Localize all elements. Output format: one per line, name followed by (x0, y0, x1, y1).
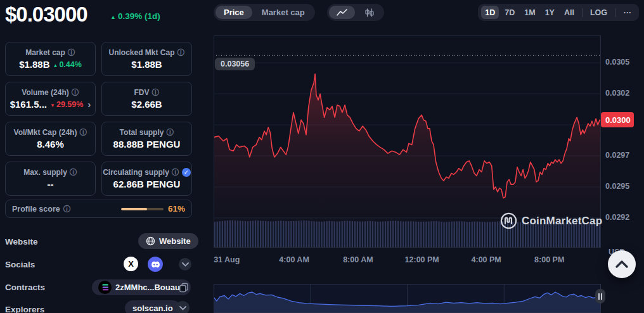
discord-icon (151, 261, 160, 268)
copy-icon (179, 283, 189, 293)
explorers-expand-button[interactable] (176, 301, 190, 313)
up-arrow-icon: ▲ (53, 63, 58, 68)
stat-value-text: $2.66B (131, 99, 162, 110)
x-axis-tick: 8:00 PM (527, 255, 572, 264)
stat-label: FDVⓘ (134, 88, 160, 97)
coinmarketcap-logo-icon (500, 212, 517, 229)
stat-value-text: 62.86B PENGU (113, 179, 181, 189)
navigator-resize-handle[interactable] (595, 289, 605, 303)
contracts-label: Contracts (5, 283, 45, 292)
stat-delta: ▲0.44% (53, 60, 82, 69)
discord-button[interactable] (148, 257, 163, 272)
stat-card-volume-24h: Volume (24h)ⓘ$161.5...▼29.59%› (5, 82, 96, 116)
volume-bar (484, 222, 486, 247)
stat-value: $1.88B (131, 59, 162, 70)
stats-grid: Market capⓘ$1.88B▲0.44%Unlocked Mkt Capⓘ… (5, 42, 192, 196)
line-chart-type-button[interactable] (329, 6, 355, 19)
solana-icon (98, 281, 112, 294)
stat-card-circulating-supply: Circulating supplyⓘ✓62.86B PENGU (101, 162, 192, 196)
x-social-button[interactable]: X (124, 257, 138, 271)
stat-label: Circulating supplyⓘ✓ (103, 168, 191, 177)
candlestick-chart-type-button[interactable] (356, 6, 382, 19)
candlestick-icon (364, 8, 375, 17)
verified-check-icon: ✓ (182, 168, 191, 177)
price-marketcap-toggle: PriceMarket cap (214, 4, 315, 21)
stat-card-market-cap: Market capⓘ$1.88B▲0.44% (5, 42, 96, 76)
price-chart-panel: PriceMarket cap 1D7D1M1YAllLOG··· 0.0305… (214, 0, 644, 313)
y-axis-tick: 0.0295 (605, 182, 638, 191)
up-arrow-icon: ▲ (110, 14, 116, 20)
x-axis-tick: 31 Aug (205, 255, 249, 264)
chart-navigator[interactable] (214, 284, 601, 313)
range-7d[interactable]: 7D (501, 6, 518, 19)
stat-value-text: 88.88B PENGU (113, 139, 181, 150)
stat-value: $1.88B▲0.44% (19, 59, 82, 70)
y-axis-tick: 0.0292 (605, 213, 638, 222)
tab-market-cap[interactable]: Market cap (254, 6, 313, 19)
stat-label: Unlocked Mkt Capⓘ (108, 48, 184, 57)
scroll-to-top-button[interactable] (608, 250, 636, 278)
y-axis-tick: 0.0305 (605, 58, 638, 67)
stat-label-text: Total supply (120, 128, 164, 137)
range-all[interactable]: All (560, 6, 578, 19)
chevron-down-icon (182, 262, 189, 267)
stat-value: 62.86B PENGU (113, 179, 181, 189)
stat-label: Vol/Mkt Cap (24h)ⓘ (14, 128, 87, 137)
log-scale-button[interactable]: LOG (586, 6, 611, 19)
stat-card-vol-mkt-cap-24h: Vol/Mkt Cap (24h)ⓘ8.46% (5, 122, 96, 156)
info-icon[interactable]: ⓘ (79, 129, 87, 136)
price-change: ▲0.39% (1d) (110, 11, 160, 21)
line-chart-icon (337, 9, 348, 16)
high-price-label: 0.03056 (215, 58, 255, 70)
socials-expand-button[interactable] (179, 258, 191, 271)
coin-price: $0.03000 (5, 3, 87, 27)
chevron-up-icon (615, 260, 628, 268)
chevron-down-icon (179, 306, 186, 310)
x-logo-icon: X (128, 259, 134, 269)
copy-contract-button[interactable] (177, 281, 190, 293)
stat-card-max-supply: Max. supplyⓘ-- (5, 162, 96, 196)
info-icon[interactable]: ⓘ (68, 49, 75, 56)
x-axis-tick: 12:00 PM (400, 255, 444, 264)
info-icon[interactable]: ⓘ (172, 169, 179, 176)
website-label: Website (5, 237, 38, 246)
stat-card-unlocked-mkt-cap: Unlocked Mkt Capⓘ$1.88B (101, 42, 192, 76)
y-axis-tick: 0.0302 (605, 89, 638, 98)
stat-value: 8.46% (37, 139, 64, 150)
stat-value-text: $1.88B (19, 59, 49, 70)
stat-value: $161.5...▼29.59%› (10, 99, 91, 110)
stat-label: Max. supplyⓘ (23, 168, 77, 177)
time-range-selector: 1D7D1M1YAllLOG··· (478, 4, 639, 21)
stat-value-text: -- (48, 179, 54, 189)
stat-value: -- (48, 179, 54, 189)
stat-value-text: 8.46% (37, 139, 64, 150)
more-options-button[interactable]: ··· (619, 6, 636, 19)
stat-label-text: Volume (24h) (22, 88, 68, 97)
website-button[interactable]: Website (138, 233, 198, 249)
info-icon[interactable]: ⓘ (177, 49, 185, 56)
x-axis-tick: 8:00 AM (336, 255, 380, 264)
x-axis-tick: 4:00 PM (464, 255, 508, 264)
info-icon[interactable]: ⓘ (166, 129, 174, 136)
info-icon[interactable]: ⓘ (63, 205, 71, 213)
current-price-badge: 0.0300 (601, 112, 634, 127)
range-1y[interactable]: 1Y (541, 6, 558, 19)
chevron-right-icon[interactable]: › (87, 99, 91, 110)
globe-icon (146, 236, 155, 246)
coin-overview-panel: $0.03000 ▲0.39% (1d) Market capⓘ$1.88B▲0… (0, 0, 203, 313)
profile-score-bar (121, 208, 164, 210)
range-1m[interactable]: 1M (520, 6, 539, 19)
profile-score-label: Profile score (12, 205, 60, 214)
volume-bar (443, 222, 444, 247)
contract-address-button[interactable]: 2zMMhc...Bouauv (92, 279, 191, 295)
volume-bar (487, 222, 488, 247)
info-icon[interactable]: ⓘ (72, 89, 79, 96)
tab-price[interactable]: Price (216, 6, 252, 19)
info-icon[interactable]: ⓘ (70, 169, 77, 176)
range-1d[interactable]: 1D (481, 6, 499, 19)
info-icon[interactable]: ⓘ (152, 89, 160, 96)
explorer-button[interactable]: solscan.io (125, 300, 181, 313)
stat-label-text: FDV (134, 88, 150, 97)
x-axis-tick: 4:00 AM (272, 255, 316, 264)
stat-label-text: Max. supply (23, 168, 67, 177)
